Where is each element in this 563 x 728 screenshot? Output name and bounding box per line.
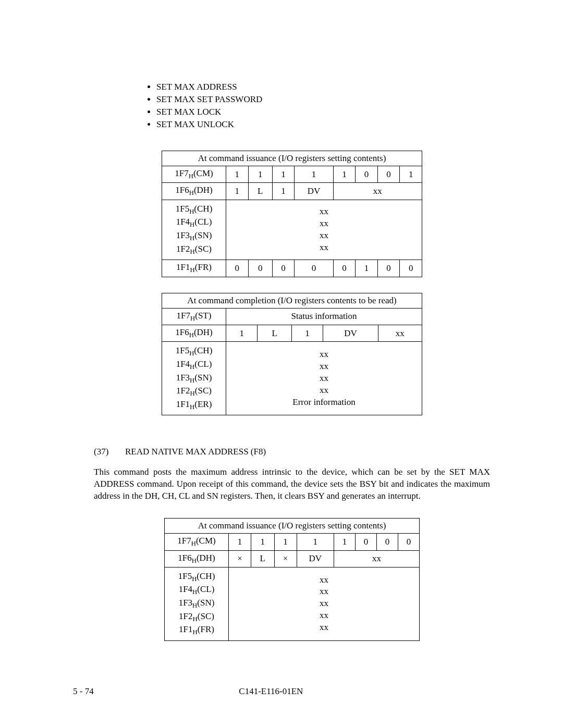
doc-id: C141-E116-01EN — [239, 686, 303, 697]
table-issuance-1: At command issuance (I/O registers setti… — [162, 151, 422, 277]
list-item: SET MAX ADDRESS — [156, 82, 490, 92]
section-title: READ NATIVE MAX ADDRESS (F8) — [125, 447, 266, 457]
table-row: 1F6H(DH) 1L1DV xx — [162, 325, 422, 341]
table-row: 1F7H(CM) 1111 1000 — [165, 534, 420, 550]
list-item: SET MAX SET PASSWORD — [156, 94, 490, 105]
table-caption: At command issuance (I/O registers setti… — [162, 151, 422, 166]
table-row: 1F7H(ST) Status information — [162, 308, 422, 325]
section-number: (37) — [94, 447, 125, 457]
paragraph: This command posts the maximum address i… — [94, 466, 490, 502]
table-row: 1F5H(CH) 1F4H(CL) 1F3H(SN) 1F2H(SC) xx x… — [162, 200, 422, 260]
page: SET MAX ADDRESS SET MAX SET PASSWORD SET… — [0, 0, 563, 728]
list-item: SET MAX LOCK — [156, 107, 490, 117]
list-item: SET MAX UNLOCK — [156, 119, 490, 130]
table-row: 1F1H(FR) 0000 0100 — [162, 260, 422, 277]
table-row: 1F5H(CH) 1F4H(CL) 1F3H(SN) 1F2H(SC) 1F1H… — [162, 342, 422, 415]
section-heading: (37) READ NATIVE MAX ADDRESS (F8) — [94, 447, 490, 457]
page-number: 5 - 74 — [73, 686, 94, 697]
page-footer: 5 - 74 C141-E116-01EN — [0, 686, 563, 697]
table-row: 1F7H(CM) 1111 1001 — [162, 166, 422, 183]
table-issuance-2: At command issuance (I/O registers setti… — [164, 518, 420, 641]
table-completion: At command completion (I/O registers con… — [162, 293, 422, 416]
table-row: 1F6H(DH) 1L1DV xx — [162, 183, 422, 200]
table-caption: At command completion (I/O registers con… — [162, 293, 422, 308]
table-caption: At command issuance (I/O registers setti… — [165, 519, 420, 534]
table-row: 1F5H(CH) 1F4H(CL) 1F3H(SN) 1F2H(SC) 1F1H… — [165, 567, 420, 640]
bullet-list: SET MAX ADDRESS SET MAX SET PASSWORD SET… — [136, 82, 490, 130]
table-row: 1F6H(DH) ×L×DV xx — [165, 550, 420, 567]
